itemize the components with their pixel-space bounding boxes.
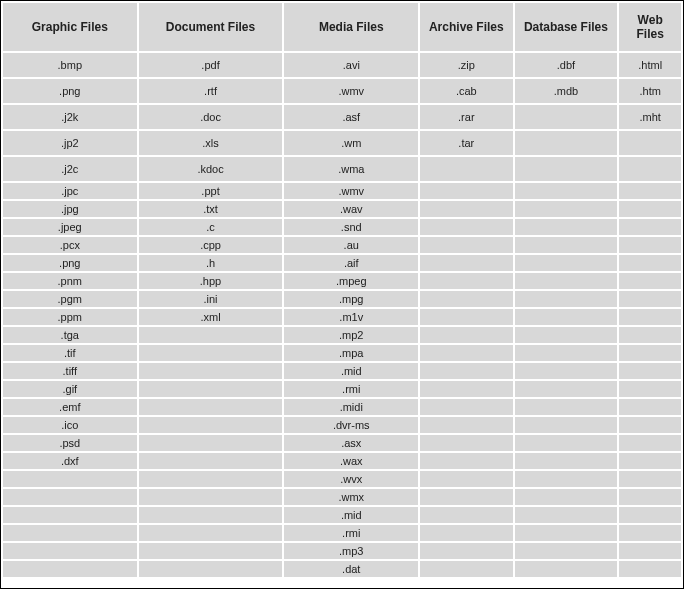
file-types-table-container: Graphic Files Document Files Media Files… [0, 0, 684, 589]
table-cell [515, 453, 618, 469]
table-cell [515, 237, 618, 253]
table-row: .tiff.mid [3, 363, 681, 379]
table-cell [515, 309, 618, 325]
table-cell [139, 489, 283, 505]
table-cell [619, 183, 681, 199]
table-cell: .mht [619, 105, 681, 129]
table-cell [3, 543, 137, 559]
table-cell: .tga [3, 327, 137, 343]
table-cell: .rar [420, 105, 512, 129]
table-cell: .mp2 [284, 327, 418, 343]
table-row: .png.h.aif [3, 255, 681, 271]
table-cell [515, 105, 618, 129]
table-cell [515, 291, 618, 307]
table-cell: .kdoc [139, 157, 283, 181]
table-cell [139, 507, 283, 523]
table-cell [420, 471, 512, 487]
table-cell [139, 363, 283, 379]
table-cell [619, 507, 681, 523]
table-cell [420, 561, 512, 577]
table-cell: .c [139, 219, 283, 235]
table-cell: .wax [284, 453, 418, 469]
table-row: .jpg.txt.wav [3, 201, 681, 217]
table-cell: .dxf [3, 453, 137, 469]
table-cell: .au [284, 237, 418, 253]
table-cell [420, 525, 512, 541]
table-row: .wvx [3, 471, 681, 487]
table-cell [619, 561, 681, 577]
table-row: .jpc.ppt.wmv [3, 183, 681, 199]
table-cell [515, 273, 618, 289]
table-cell [515, 219, 618, 235]
table-cell: .dat [284, 561, 418, 577]
table-cell [420, 363, 512, 379]
table-cell [619, 525, 681, 541]
table-cell: .midi [284, 399, 418, 415]
table-cell [139, 525, 283, 541]
table-cell [619, 435, 681, 451]
table-cell [420, 345, 512, 361]
table-row: .tga.mp2 [3, 327, 681, 343]
table-cell: .dbf [515, 53, 618, 77]
table-cell [515, 435, 618, 451]
table-cell: .tiff [3, 363, 137, 379]
table-cell: .jpeg [3, 219, 137, 235]
table-cell: .wmv [284, 79, 418, 103]
table-cell [515, 131, 618, 155]
table-cell [515, 345, 618, 361]
table-row: .emf.midi [3, 399, 681, 415]
table-cell: .png [3, 79, 137, 103]
table-cell [515, 561, 618, 577]
table-cell [515, 255, 618, 271]
file-types-table: Graphic Files Document Files Media Files… [1, 1, 683, 579]
table-cell: .wm [284, 131, 418, 155]
table-head: Graphic Files Document Files Media Files… [3, 3, 681, 51]
header-graphic: Graphic Files [3, 3, 137, 51]
table-cell [420, 417, 512, 433]
table-cell [420, 381, 512, 397]
table-cell: .asx [284, 435, 418, 451]
table-cell [420, 507, 512, 523]
table-cell [139, 381, 283, 397]
table-cell: .cab [420, 79, 512, 103]
table-cell [420, 237, 512, 253]
table-cell: .tif [3, 345, 137, 361]
table-cell: .wmv [284, 183, 418, 199]
table-row: .jpeg.c.snd [3, 219, 681, 235]
table-cell [619, 489, 681, 505]
table-cell: .pgm [3, 291, 137, 307]
table-cell [619, 471, 681, 487]
table-cell: .mdb [515, 79, 618, 103]
table-cell: .pdf [139, 53, 283, 77]
table-cell [515, 525, 618, 541]
table-cell [139, 435, 283, 451]
table-row: .rmi [3, 525, 681, 541]
table-cell: .png [3, 255, 137, 271]
table-cell: .gif [3, 381, 137, 397]
table-cell [420, 291, 512, 307]
table-cell: .h [139, 255, 283, 271]
table-cell: .rtf [139, 79, 283, 103]
table-cell: .mpeg [284, 273, 418, 289]
table-cell [619, 363, 681, 379]
table-cell [515, 201, 618, 217]
table-row: .pnm.hpp.mpeg [3, 273, 681, 289]
table-cell [515, 417, 618, 433]
table-cell [139, 453, 283, 469]
table-cell [420, 309, 512, 325]
table-cell: .snd [284, 219, 418, 235]
table-cell [139, 543, 283, 559]
table-cell [3, 471, 137, 487]
table-cell: .ini [139, 291, 283, 307]
table-cell: .j2k [3, 105, 137, 129]
table-body: .bmp.pdf.avi.zip.dbf.html.png.rtf.wmv.ca… [3, 53, 681, 577]
table-cell: .mpa [284, 345, 418, 361]
table-cell: .ppt [139, 183, 283, 199]
table-cell: .pnm [3, 273, 137, 289]
table-cell: .mpg [284, 291, 418, 307]
header-document: Document Files [139, 3, 283, 51]
table-row: .pgm.ini.mpg [3, 291, 681, 307]
table-cell [515, 507, 618, 523]
table-cell: .jpc [3, 183, 137, 199]
table-cell [139, 561, 283, 577]
